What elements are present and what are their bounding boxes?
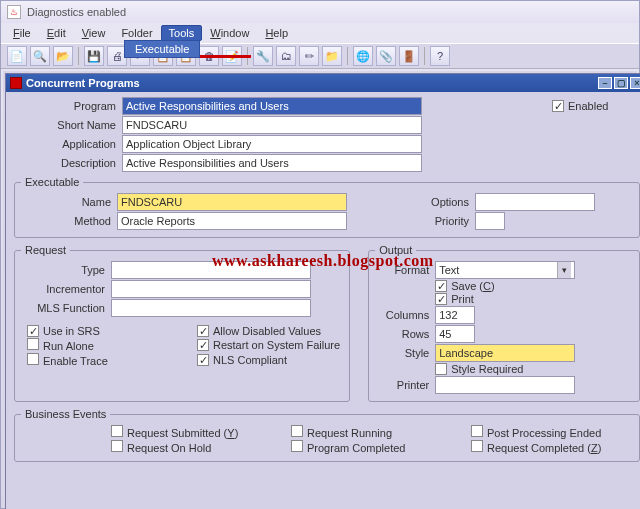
req-on-hold-label: Request On Hold [127, 442, 211, 454]
close-button[interactable]: × [630, 77, 640, 89]
tb-navigator-icon[interactable]: 📂 [53, 46, 73, 66]
columns-label: Columns [375, 309, 435, 321]
menu-help[interactable]: Help [257, 25, 296, 41]
use-in-srs-label: Use in SRS [43, 325, 100, 337]
columns-field[interactable]: 132 [435, 306, 475, 324]
req-submitted-label: Request Submitted (Y) [127, 427, 238, 439]
style-field[interactable]: Landscape [435, 344, 575, 362]
priority-field[interactable] [475, 212, 505, 230]
incrementor-label: Incrementor [21, 283, 111, 295]
printer-field[interactable] [435, 376, 575, 394]
restart-checkbox[interactable] [197, 339, 209, 351]
outer-titlebar: ♨ Diagnostics enabled [1, 1, 639, 23]
child-titlebar: Concurrent Programs – ▢ × [6, 74, 640, 92]
application-label: Application [14, 138, 122, 150]
style-label: Style [375, 347, 435, 359]
tb-save-icon[interactable]: 💾 [84, 46, 104, 66]
executable-legend: Executable [21, 176, 83, 188]
business-events-legend: Business Events [21, 408, 110, 420]
description-field[interactable]: Active Responsibilities and Users [122, 154, 422, 172]
method-field[interactable]: Oracle Reports [117, 212, 347, 230]
req-completed-checkbox[interactable] [471, 440, 483, 452]
exec-name-field[interactable]: FNDSCARU [117, 193, 347, 211]
toolbar: 📄 🔍 📂 💾 🖨 ✂ 📋 📋 🗑 📝 🔧 🗂 ✏ 📁 🌐 📎 🚪 ? [1, 43, 639, 69]
printer-label: Printer [375, 379, 435, 391]
style-required-label: Style Required [451, 363, 523, 375]
type-label: Type [21, 264, 111, 276]
short-name-field[interactable]: FNDSCARU [122, 116, 422, 134]
menubar: File Edit View Folder Tools Window Help [1, 23, 639, 43]
menu-window[interactable]: Window [202, 25, 257, 41]
child-title: Concurrent Programs [26, 77, 140, 89]
tb-find-icon[interactable]: 🔍 [30, 46, 50, 66]
method-label: Method [21, 215, 117, 227]
tb-exit-icon[interactable]: 🚪 [399, 46, 419, 66]
save-label: Save (C) [451, 280, 494, 292]
options-label: Options [347, 196, 475, 208]
chevron-down-icon: ▾ [557, 262, 571, 278]
req-submitted-checkbox[interactable] [111, 425, 123, 437]
save-checkbox[interactable] [435, 280, 447, 292]
executable-group: Executable Name FNDSCARU Options Method … [14, 176, 640, 238]
priority-label: Priority [347, 215, 475, 227]
rows-field[interactable]: 45 [435, 325, 475, 343]
incrementor-field[interactable] [111, 280, 311, 298]
run-alone-checkbox[interactable] [27, 338, 39, 350]
tb-new-icon[interactable]: 📄 [7, 46, 27, 66]
application-field[interactable]: Application Object Library [122, 135, 422, 153]
program-field[interactable]: Active Responsibilities and Users [122, 97, 422, 115]
mls-field[interactable] [111, 299, 311, 317]
short-name-label: Short Name [14, 119, 122, 131]
run-alone-label: Run Alone [43, 340, 94, 352]
restart-label: Restart on System Failure [213, 339, 340, 351]
format-combo[interactable]: Text▾ [435, 261, 575, 279]
req-on-hold-checkbox[interactable] [111, 440, 123, 452]
tb-open-icon[interactable]: 📁 [322, 46, 342, 66]
tools-dropdown[interactable]: Executable [124, 40, 200, 58]
request-legend: Request [21, 244, 70, 256]
tb-help-icon[interactable]: ? [430, 46, 450, 66]
req-running-label: Request Running [307, 427, 392, 439]
print-checkbox[interactable] [435, 293, 447, 305]
program-label: Program [14, 100, 122, 112]
rows-label: Rows [375, 328, 435, 340]
nls-checkbox[interactable] [197, 354, 209, 366]
mls-label: MLS Function [21, 302, 111, 314]
program-completed-checkbox[interactable] [291, 440, 303, 452]
allow-disabled-label: Allow Disabled Values [213, 325, 321, 337]
tb-pencil-icon[interactable]: ✏ [299, 46, 319, 66]
enable-trace-label: Enable Trace [43, 355, 108, 367]
menu-edit[interactable]: Edit [39, 25, 74, 41]
minimize-button[interactable]: – [598, 77, 612, 89]
print-label: Print [451, 293, 474, 305]
tb-folder-icon[interactable]: 🗂 [276, 46, 296, 66]
child-window: Concurrent Programs – ▢ × Program Active… [5, 73, 640, 509]
menu-file[interactable]: File [5, 25, 39, 41]
outer-title: Diagnostics enabled [27, 6, 126, 18]
menu-tools[interactable]: Tools [161, 25, 203, 41]
post-processing-checkbox[interactable] [471, 425, 483, 437]
req-completed-label: Request Completed (Z) [487, 442, 601, 454]
program-completed-label: Program Completed [307, 442, 405, 454]
tb-tools-icon[interactable]: 🔧 [253, 46, 273, 66]
business-events-group: Business Events Request Submitted (Y) Re… [14, 408, 640, 462]
menu-view[interactable]: View [74, 25, 114, 41]
exec-name-label: Name [21, 196, 117, 208]
nls-label: NLS Compliant [213, 354, 287, 366]
style-required-checkbox[interactable] [435, 363, 447, 375]
menu-folder[interactable]: Folder [113, 25, 160, 41]
watermark: www.askhareesh.blogspot.com [212, 252, 434, 270]
enabled-checkbox[interactable] [552, 100, 564, 112]
allow-disabled-checkbox[interactable] [197, 325, 209, 337]
tb-attach-icon[interactable]: 📎 [376, 46, 396, 66]
post-processing-label: Post Processing Ended [487, 427, 601, 439]
enabled-label: Enabled [568, 100, 608, 112]
enable-trace-checkbox[interactable] [27, 353, 39, 365]
description-label: Description [14, 157, 122, 169]
req-running-checkbox[interactable] [291, 425, 303, 437]
dropdown-executable[interactable]: Executable [135, 43, 189, 55]
options-field[interactable] [475, 193, 595, 211]
tb-globe-icon[interactable]: 🌐 [353, 46, 373, 66]
maximize-button[interactable]: ▢ [614, 77, 628, 89]
use-in-srs-checkbox[interactable] [27, 325, 39, 337]
